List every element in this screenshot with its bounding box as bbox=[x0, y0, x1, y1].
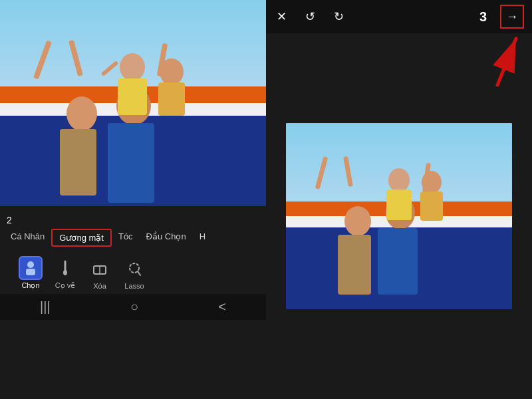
category-bar: Cá Nhân Gương mặt Tóc Đầu Chọn H bbox=[0, 226, 266, 249]
r-person-body-1 bbox=[378, 228, 418, 295]
step-number: 3 bbox=[479, 9, 487, 25]
brush-icon bbox=[53, 256, 77, 280]
left-panel: 2 Cá Nhân Gương mặt Tóc Đầu Chọn H 1 bbox=[0, 0, 266, 399]
r-child-body-2 bbox=[420, 192, 443, 221]
svg-line-7 bbox=[138, 271, 140, 275]
r-child-head-1 bbox=[388, 168, 410, 192]
eraser-svg bbox=[91, 261, 108, 277]
right-panel: ✕ ↺ ↻ 3 → bbox=[266, 0, 532, 399]
lasso-icon bbox=[122, 257, 146, 281]
tool-co-ve-label: Cọ vẽ bbox=[55, 281, 76, 290]
person-svg bbox=[23, 260, 38, 276]
left-photo bbox=[0, 0, 266, 206]
svg-rect-1 bbox=[26, 269, 35, 275]
tool-co-ve[interactable]: Cọ vẽ bbox=[53, 256, 77, 290]
eraser-icon bbox=[88, 257, 112, 281]
svg-point-3 bbox=[63, 270, 67, 275]
category-dau-chon[interactable]: Đầu Chọn bbox=[140, 229, 193, 247]
child-body-1 bbox=[118, 78, 147, 115]
right-toolbar: ✕ ↺ ↻ 3 → bbox=[266, 0, 532, 33]
right-photo-people bbox=[286, 123, 512, 309]
child-head-1 bbox=[120, 53, 145, 81]
right-photo bbox=[286, 123, 512, 309]
left-bottom-controls: 2 Cá Nhân Gương mặt Tóc Đầu Chọn H 1 bbox=[0, 206, 266, 399]
tool-xoa-label: Xóa bbox=[93, 282, 106, 290]
undo-button[interactable]: ↺ bbox=[303, 7, 318, 27]
child-body-2 bbox=[158, 82, 185, 116]
svg-point-0 bbox=[27, 261, 34, 268]
person-head-2 bbox=[66, 96, 97, 131]
lasso-svg bbox=[126, 261, 143, 277]
tool-xoa[interactable]: Xóa bbox=[88, 257, 112, 290]
tool-chon-label: Chọn bbox=[21, 281, 39, 290]
nav-bar: ||| ○ < bbox=[0, 294, 266, 320]
category-h[interactable]: H bbox=[193, 229, 212, 247]
category-ca-nhan[interactable]: Cá Nhân bbox=[4, 229, 51, 247]
tools-section: 1 Chọn bbox=[0, 252, 266, 294]
nav-back-icon[interactable]: < bbox=[218, 299, 226, 315]
brush-svg bbox=[58, 260, 72, 276]
tools-bar: Chọn Cọ vẽ bbox=[12, 252, 266, 294]
category-toc[interactable]: Tóc bbox=[112, 229, 140, 247]
r-person-head-2 bbox=[344, 206, 371, 236]
close-button[interactable]: ✕ bbox=[274, 7, 289, 27]
nav-home-icon[interactable]: ○ bbox=[130, 299, 138, 315]
right-photo-area bbox=[266, 33, 532, 399]
tool-lasso-label: Lasso bbox=[124, 282, 144, 290]
next-button[interactable]: → bbox=[500, 5, 524, 29]
category-guong-mat[interactable]: Gương mặt bbox=[51, 229, 112, 247]
chon-icon bbox=[19, 256, 43, 280]
photo-bg bbox=[0, 0, 266, 206]
tool-chon[interactable]: Chọn bbox=[19, 256, 43, 290]
tool-lasso[interactable]: Lasso bbox=[122, 257, 146, 290]
person-body-2 bbox=[60, 129, 96, 196]
r-person-body-2 bbox=[338, 235, 371, 295]
r-child-body-1 bbox=[386, 190, 412, 220]
redo-button[interactable]: ↻ bbox=[331, 7, 346, 27]
step2-label: 2 bbox=[0, 213, 19, 227]
person-body-1 bbox=[108, 123, 154, 203]
category-section: 2 Cá Nhân Gương mặt Tóc Đầu Chọn H bbox=[0, 211, 266, 252]
nav-menu-icon[interactable]: ||| bbox=[40, 299, 51, 315]
